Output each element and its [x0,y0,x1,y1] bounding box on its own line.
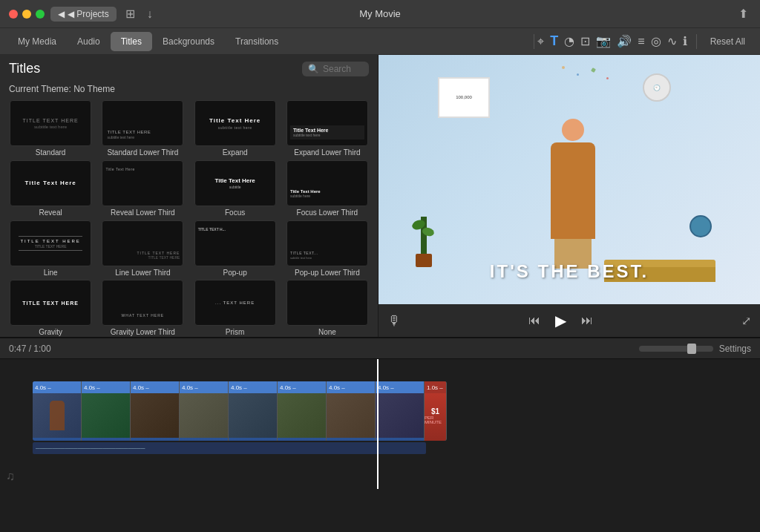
search-box[interactable]: 🔍 [302,62,369,76]
current-theme: Current Theme: No Theme [0,81,378,100]
clip-5[interactable]: 4.0s – [229,381,278,441]
search-input[interactable] [323,64,371,74]
vc-left: 🎙 [387,313,401,329]
titles-panel: Titles 🔍 Current Theme: No Theme TITLE T… [0,55,379,337]
crop-icon[interactable]: ⊡ [580,34,590,48]
toolbar: My Media Audio Titles Backgrounds Transi… [0,28,760,55]
title-label-expand: Expand [223,148,248,157]
title-label-reveal-lower-third: Reveal Lower Third [111,208,175,217]
tab-backgrounds[interactable]: Backgrounds [152,32,225,51]
clip-9[interactable]: 1.0s – $1 PER MINUTE [425,381,447,441]
music-icon: ♫ [6,470,15,483]
clip-7[interactable]: 4.0s – [327,381,376,441]
traffic-lights [9,10,45,19]
title-card-reveal[interactable]: Title Text Here Reveal [6,160,95,217]
volume-icon[interactable]: 🔊 [617,34,632,48]
video-controls: 🎙 ⏮ ▶ ⏭ ⤢ [379,304,760,337]
title-label-focus: Focus [225,208,245,217]
tab-audio[interactable]: Audio [67,32,111,51]
toolbar-icons: ⌖ T ◔ ⊡ 📷 🔊 ≡ ◎ ∿ ℹ Reset All [537,33,760,49]
clip-1[interactable]: 4.0s – [33,381,82,441]
cursor-icon[interactable]: ⌖ [537,35,544,48]
clip-8[interactable]: 4.0s – [376,381,425,441]
title-card-none[interactable]: None [283,280,372,337]
minimize-button[interactable] [22,10,31,19]
eq-icon[interactable]: ≡ [638,35,644,48]
close-button[interactable] [9,10,18,19]
title-card-pop-up-lower-third[interactable]: TITLE TEXT... subtitle text here Pop-up … [283,220,372,278]
title-label-reveal: Reveal [39,208,62,217]
timeline-time: 0:47 / 1:00 [9,344,51,354]
timeline-track-area: 4.0s – 4.0s – 4.0s – 4.0s – [0,359,760,489]
scene-background: 100,000 🕙 [379,55,760,304]
window-title: My Movie [359,8,401,19]
main-content: Titles 🔍 Current Theme: No Theme TITLE T… [0,55,760,532]
skip-back-button[interactable]: ⏮ [528,314,540,327]
title-label-pop-up-lower-third: Pop-up Lower Third [295,269,360,277]
title-card-reveal-lower-third[interactable]: Title Text Here Reveal Lower Third [98,160,187,217]
reset-all-button[interactable]: Reset All [706,35,750,48]
fullscreen-icon[interactable]: ⤢ [741,314,751,328]
panel-title: Titles [9,61,40,76]
toolbar-tabs: My Media Audio Titles Backgrounds Transi… [0,28,531,54]
title-card-focus[interactable]: Title Text Here subtitle Focus [191,160,280,217]
tab-titles[interactable]: Titles [111,32,152,51]
share-button[interactable]: ⬆ [736,5,751,22]
title-label-gravity: Gravity [39,328,62,336]
video-preview-panel: 100,000 🕙 [379,55,760,337]
text-icon[interactable]: T [550,33,558,49]
download-button[interactable]: ↓ [144,6,156,22]
timeline-header: 0:47 / 1:00 Settings [0,338,760,359]
title-label-prism: Prism [226,328,245,336]
title-label-expand-lower-third: Expand Lower Third [294,148,360,157]
clip-2[interactable]: 4.0s – [82,381,131,441]
maximize-button[interactable] [36,10,45,19]
title-card-line[interactable]: TITLE TEXT HERE TITLE TEXT HERE Line [6,220,95,278]
projects-chevron: ◀ [58,9,65,19]
tab-transitions[interactable]: Transitions [225,32,289,51]
title-card-standard-lower-third[interactable]: TITLE TEXT HERE subtitle text here Stand… [98,100,187,157]
noise-icon[interactable]: ∿ [667,34,677,48]
playhead [377,359,379,489]
color-icon[interactable]: ◔ [564,34,574,48]
title-label-none: None [318,328,336,336]
title-card-prism[interactable]: ... TEXT HERE Prism [191,280,280,337]
video-preview: 100,000 🕙 [379,55,760,304]
play-button[interactable]: ▶ [555,312,566,329]
camera-icon[interactable]: 📷 [596,34,611,48]
title-label-pop-up: Pop-up [223,269,247,277]
title-card-line-lower-third[interactable]: TITLE TEXT HERE TITLE TEXT HERE Line Low… [98,220,187,278]
clip-3[interactable]: 4.0s – [131,381,180,441]
panel-header: Titles 🔍 [0,55,378,81]
timeline-area: 0:47 / 1:00 Settings 4.0s – [0,337,760,532]
title-card-focus-lower-third[interactable]: Title Text Here subtitle here Focus Lowe… [283,160,372,217]
settings-label[interactable]: Settings [719,344,751,354]
title-label-focus-lower-third: Focus Lower Third [297,208,358,217]
clip-4[interactable]: 4.0s – [180,381,229,441]
title-card-pop-up[interactable]: TITLE TEXT H... Pop-up [191,220,280,278]
grid-view-button[interactable]: ⊞ [122,5,138,22]
title-label-standard: Standard [36,148,66,157]
subtitle-track: ────────────────────────── [33,442,426,454]
title-bar-left: ◀ ◀ Projects ⊞ ↓ [9,5,156,22]
title-label-standard-lower-third: Standard Lower Third [107,148,178,157]
projects-button[interactable]: ◀ ◀ Projects [50,7,117,22]
title-card-expand-lower-third[interactable]: Title Text Here subtitle text here Expan… [283,100,372,157]
title-bar: ◀ ◀ Projects ⊞ ↓ My Movie ⬆ [0,0,760,28]
title-card-expand[interactable]: Title Text Here subtitle text here Expan… [191,100,280,157]
video-track: 4.0s – 4.0s – 4.0s – 4.0s – [33,381,760,441]
tab-my-media[interactable]: My Media [7,32,67,51]
vc-right: ⤢ [741,314,751,328]
title-card-gravity[interactable]: TITLE TEXT HERE Gravity [6,280,95,337]
title-card-standard[interactable]: TITLE TEXT HERE subtitle text here Stand… [6,100,95,157]
mic-icon[interactable]: 🎙 [387,313,401,329]
title-label-line-lower-third: Line Lower Third [115,269,170,277]
title-card-gravity-lower-third[interactable]: WHAT TEXT HERE Gravity Lower Third [98,280,187,337]
info-icon[interactable]: ℹ [683,34,687,48]
speed-icon[interactable]: ◎ [651,34,661,48]
title-label-line: Line [44,269,58,277]
skip-forward-button[interactable]: ⏭ [581,314,593,327]
clip-6[interactable]: 4.0s – [278,381,327,441]
video-overlay-text: IT'S THE BEST. [490,261,649,282]
search-icon: 🔍 [308,64,319,74]
